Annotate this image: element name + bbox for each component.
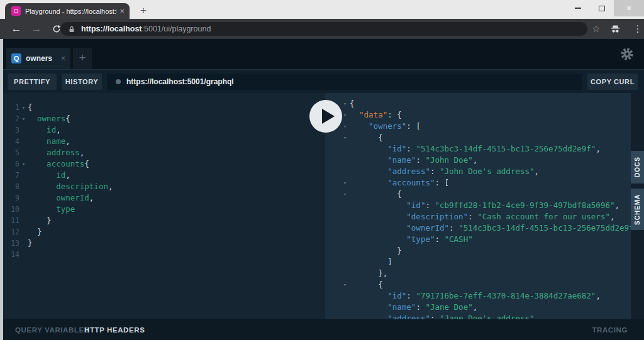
- new-tab-button[interactable]: +: [135, 4, 152, 17]
- prettify-button[interactable]: PRETTIFY: [8, 74, 57, 90]
- code-line: "address": "John Doe's address",: [340, 166, 631, 177]
- code-line: 9 ownerId,: [6, 192, 325, 204]
- close-button[interactable]: ×: [614, 0, 644, 16]
- code-line: "ownerId": "514c3bc3-14df-4515-bc13-256e…: [340, 222, 631, 234]
- code-token: type: [56, 204, 75, 215]
- history-button[interactable]: HISTORY: [62, 74, 102, 90]
- code-token: }: [28, 226, 42, 238]
- fold-gutter: [19, 147, 28, 158]
- fold-gutter: [340, 234, 350, 245]
- code-token: :: [406, 290, 416, 302]
- code-token: ,: [535, 313, 540, 319]
- code-token: "514c3bc3-14df-4515-bc13-256e75dd2e9f": [458, 222, 631, 234]
- playground-tab-owners[interactable]: Q owners ×: [6, 48, 70, 69]
- incognito-icon: [608, 21, 623, 36]
- code-token: ,: [89, 192, 94, 204]
- code-token: [28, 136, 47, 147]
- close-icon: ×: [626, 4, 631, 13]
- line-number: 1: [6, 102, 19, 113]
- code-token: {: [350, 189, 402, 200]
- fold-gutter: [340, 155, 350, 166]
- code-token: owners: [37, 113, 65, 124]
- code-token: "name": [387, 155, 416, 166]
- window-controls: ×: [566, 0, 644, 16]
- fold-arrow-icon[interactable]: ▾: [340, 189, 350, 200]
- fold-arrow-icon[interactable]: ▾: [340, 132, 350, 143]
- execute-query-button[interactable]: [309, 99, 343, 133]
- left-scrollbar[interactable]: [0, 39, 3, 340]
- fold-gutter: [19, 124, 28, 136]
- query-variables-tab[interactable]: QUERY VARIABLES: [15, 326, 89, 334]
- line-number: 5: [6, 147, 19, 158]
- fold-arrow-icon[interactable]: ▾: [19, 113, 28, 124]
- fold-arrow-icon[interactable]: ▾: [19, 158, 28, 170]
- playground-toolbar: PRETTIFY HISTORY https://localhost:5001/…: [0, 69, 644, 93]
- fold-gutter: [19, 226, 28, 238]
- query-editor[interactable]: 1▾{2▾ owners{3 id,4 name,5 address,6▾ ac…: [3, 93, 325, 319]
- copy-curl-button[interactable]: COPY CURL: [587, 74, 638, 90]
- code-token: :: [416, 155, 425, 166]
- code-token: : [: [435, 177, 449, 189]
- maximize-button[interactable]: [590, 0, 614, 16]
- graphql-playground: Q owners × + PRETTIFY HISTORY https://lo…: [0, 39, 644, 340]
- line-number: 6: [6, 158, 19, 170]
- browser-window: Playground - https://localhost:50 × + × …: [0, 0, 644, 340]
- forward-button[interactable]: →: [29, 21, 44, 36]
- back-button[interactable]: ←: [9, 21, 24, 36]
- fold-arrow-icon[interactable]: ▾: [340, 177, 350, 189]
- code-token: "id": [406, 200, 425, 211]
- code-line: "id": "791716be-7eff-4370-814e-3884d27ae…: [340, 290, 631, 302]
- settings-button[interactable]: [620, 47, 634, 61]
- code-token: :: [430, 313, 440, 319]
- tracing-tab[interactable]: TRACING: [592, 326, 628, 334]
- code-token: [350, 166, 387, 177]
- code-token: [350, 155, 387, 166]
- code-token: "name": [387, 302, 416, 313]
- code-line: "description": "Cash account for our use…: [340, 211, 631, 222]
- code-line: 4 name,: [6, 136, 325, 147]
- code-line: 11 }: [6, 215, 325, 226]
- minimize-button[interactable]: [566, 0, 590, 16]
- code-line: "name": "John Doe",: [340, 155, 631, 166]
- code-line: }: [340, 245, 631, 256]
- code-token: [28, 158, 47, 170]
- schema-tab[interactable]: SCHEMA: [631, 189, 644, 230]
- code-token: [350, 121, 369, 132]
- fold-gutter: [19, 215, 28, 226]
- lock-icon: [68, 25, 75, 33]
- code-line: ▾ "owners": [: [340, 121, 631, 132]
- code-token: [28, 147, 47, 158]
- code-token: :: [468, 211, 477, 222]
- fold-arrow-icon[interactable]: ▾: [19, 102, 28, 113]
- code-token: "address": [387, 313, 430, 319]
- fold-gutter: [340, 245, 350, 256]
- address-bar[interactable]: https://localhost:5001/ui/playground: [60, 22, 587, 36]
- browser-menu-icon[interactable]: ⋮: [630, 21, 644, 36]
- code-line: },: [340, 268, 631, 279]
- code-token: "owners": [369, 121, 406, 132]
- code-line: 13 }: [6, 238, 325, 249]
- tab-close-icon[interactable]: ×: [119, 6, 125, 16]
- code-line: "name": "Jane Doe",: [340, 302, 631, 313]
- fold-gutter: [340, 302, 350, 313]
- code-line: ▾ {: [340, 189, 631, 200]
- code-line: ▾ {: [340, 279, 631, 290]
- code-token: ,: [596, 143, 601, 155]
- fold-gutter: [340, 200, 350, 211]
- docs-tab[interactable]: DOCS: [631, 151, 644, 184]
- browser-tab[interactable]: Playground - https://localhost:50 ×: [5, 3, 130, 19]
- fold-arrow-icon[interactable]: ▾: [340, 279, 350, 290]
- endpoint-input[interactable]: https://localhost:5001/graphql: [107, 74, 582, 90]
- http-headers-tab[interactable]: HTTP HEADERS: [84, 326, 145, 334]
- tab-close-icon[interactable]: ×: [61, 54, 65, 63]
- code-token: ,: [614, 200, 619, 211]
- code-token: address: [47, 147, 80, 158]
- new-query-tab-button[interactable]: +: [73, 48, 92, 69]
- code-token: [350, 211, 406, 222]
- bookmark-star-icon[interactable]: ☆: [589, 21, 604, 36]
- code-token: {: [350, 132, 383, 143]
- fold-gutter: [19, 238, 28, 249]
- code-token: description: [56, 181, 108, 192]
- code-token: ,: [610, 211, 615, 222]
- code-line: 12 }: [6, 226, 325, 238]
